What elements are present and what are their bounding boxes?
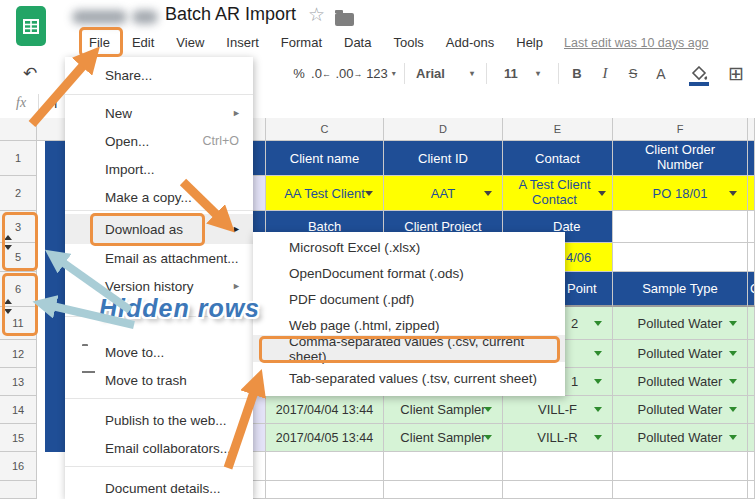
menu-item-download-as[interactable]: Download as► [65, 214, 253, 244]
cell-g2[interactable] [748, 176, 755, 211]
cell-d1[interactable]: Client ID [384, 141, 503, 176]
row-header-5[interactable]: 5 [0, 243, 37, 272]
dropdown-arrow-icon[interactable] [484, 407, 492, 412]
column-header-f[interactable]: F [613, 118, 748, 141]
row-header-14[interactable]: 14 [0, 396, 37, 424]
cell-g11[interactable] [748, 307, 755, 340]
unhide-rows-down-icon[interactable] [4, 245, 12, 250]
cell-g12[interactable] [748, 340, 755, 368]
cell-f11[interactable]: Polluted Water [613, 307, 748, 340]
cell-g6[interactable]: C [748, 272, 755, 307]
cell-g15[interactable] [748, 424, 755, 452]
formula-bar-value[interactable]: H [48, 96, 57, 111]
cell-f14[interactable]: Polluted Water [613, 396, 748, 424]
cell-d17[interactable] [384, 481, 503, 499]
cell-g5[interactable] [748, 243, 755, 272]
dropdown-arrow-icon[interactable] [729, 407, 737, 412]
number-format-dropdown[interactable]: 123▾ [364, 57, 398, 90]
cell-g16[interactable] [748, 452, 755, 481]
row-header-1[interactable]: 1 [0, 141, 37, 176]
dropdown-arrow-icon[interactable] [594, 351, 602, 356]
dropdown-arrow-icon[interactable] [729, 379, 737, 384]
dropdown-arrow-icon[interactable] [594, 435, 602, 440]
row-header-16[interactable]: 16 [0, 452, 37, 481]
menu-item-make-a-copy[interactable]: Make a copy... [65, 183, 253, 211]
cell-f1[interactable]: Client Order Number [613, 141, 748, 176]
menu-view[interactable]: View [165, 35, 215, 50]
dropdown-arrow-icon[interactable] [365, 191, 373, 196]
cell-c17[interactable] [266, 481, 384, 499]
dropdown-arrow-icon[interactable] [729, 435, 737, 440]
cell-f5[interactable] [613, 243, 748, 272]
undo-icon[interactable]: ↶ [16, 57, 44, 90]
row-header-6[interactable]: 6 [0, 272, 37, 307]
percent-format-button[interactable]: % [290, 57, 308, 90]
row-header-2[interactable]: 2 [0, 176, 37, 211]
menu-help[interactable]: Help [505, 35, 554, 50]
cell-g14[interactable] [748, 396, 755, 424]
sheets-app-icon[interactable] [16, 6, 46, 46]
submenu-item-csv[interactable]: Comma-separated values (.csv, current sh… [253, 335, 565, 362]
dropdown-arrow-icon[interactable] [594, 379, 602, 384]
column-b-strip[interactable] [45, 141, 65, 452]
borders-icon[interactable]: ⊞ [722, 57, 750, 90]
cell-c2[interactable]: AA Test Client [266, 176, 384, 211]
row-header-15[interactable]: 15 [0, 424, 37, 452]
row-header-11[interactable]: 11 [0, 307, 37, 340]
cell-c15[interactable]: 2017/04/05 13:44 [266, 424, 384, 452]
dropdown-arrow-icon[interactable] [594, 321, 602, 326]
strikethrough-button[interactable]: S [622, 57, 644, 90]
submenu-item-tsv[interactable]: Tab-separated values (.tsv, current shee… [253, 365, 565, 391]
menu-data[interactable]: Data [333, 35, 382, 50]
dropdown-arrow-icon[interactable] [484, 435, 492, 440]
cell-e14[interactable]: VILL-F [503, 396, 613, 424]
cell-d15[interactable]: Client Sampler [384, 424, 503, 452]
cell-f3[interactable] [613, 211, 748, 243]
cell-g17[interactable] [748, 481, 755, 499]
cell-c16[interactable] [266, 452, 384, 481]
column-header-c[interactable]: C [266, 118, 384, 141]
text-color-button[interactable]: A [650, 57, 672, 90]
menu-item-publish-to-web[interactable]: Publish to the web... [65, 406, 253, 434]
dropdown-arrow-icon[interactable] [484, 191, 492, 196]
unhide-rows-up-icon[interactable] [4, 299, 12, 304]
cell-f13[interactable]: Polluted Water [613, 368, 748, 396]
cell-e17[interactable] [503, 481, 613, 499]
menu-item-new[interactable]: New► [65, 99, 253, 127]
document-title[interactable]: Batch AR Import [165, 4, 296, 25]
cell-b15[interactable] [253, 424, 266, 452]
menu-item-move-to-trash[interactable]: Move to trash [65, 366, 253, 394]
menu-item-move-to[interactable]: Move to... [65, 338, 253, 366]
cell-g3[interactable] [748, 211, 755, 243]
cell-b14[interactable] [253, 396, 266, 424]
cell-c14[interactable]: 2017/04/04 13:44 [266, 396, 384, 424]
italic-button[interactable]: I [594, 57, 616, 90]
submenu-item-xlsx[interactable]: Microsoft Excel (.xlsx) [253, 234, 565, 260]
dropdown-arrow-icon[interactable] [729, 191, 737, 196]
menu-format[interactable]: Format [270, 35, 333, 50]
cell-f16[interactable] [613, 452, 748, 481]
menu-item-share[interactable]: Share... [65, 61, 253, 89]
column-header-g[interactable] [748, 118, 755, 141]
increase-decimal-button[interactable]: .00→ [336, 57, 362, 90]
folder-icon[interactable] [335, 13, 354, 26]
font-size-dropdown[interactable]: 11▾ [496, 57, 548, 90]
decrease-decimal-button[interactable]: .0← [310, 57, 332, 90]
cell-b2[interactable] [253, 176, 266, 211]
menu-file[interactable]: File [78, 35, 121, 50]
row-header-12[interactable]: 12 [0, 340, 37, 368]
column-header-d[interactable]: D [384, 118, 503, 141]
cell-g1[interactable] [748, 141, 755, 176]
cell-e2[interactable]: A Test Client Contact [503, 176, 613, 211]
dropdown-arrow-icon[interactable] [729, 351, 737, 356]
column-header-e[interactable]: E [503, 118, 613, 141]
cell-d14[interactable]: Client Sampler [384, 396, 503, 424]
dropdown-arrow-icon[interactable] [729, 321, 737, 326]
cell-c1[interactable]: Client name [266, 141, 384, 176]
row-header-17[interactable] [0, 481, 37, 499]
menu-tools[interactable]: Tools [382, 35, 434, 50]
last-edit-link[interactable]: Last edit was 10 days ago [564, 36, 709, 50]
bold-button[interactable]: B [566, 57, 588, 90]
cell-b16[interactable] [253, 452, 266, 481]
font-family-dropdown[interactable]: Arial▾ [412, 57, 478, 90]
